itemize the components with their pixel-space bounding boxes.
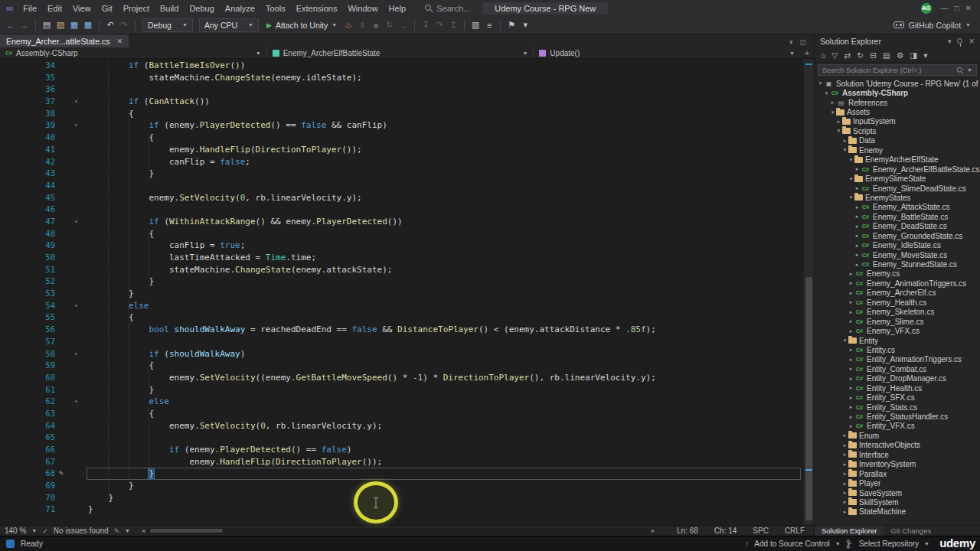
zoom-level[interactable]: 140 % [5,527,26,535]
close-tab-icon[interactable]: ✕ [116,37,122,45]
line-number[interactable]: 40 [0,132,55,144]
code-line-45[interactable]: 45 enemy.SetVelocity(0, rb.linearVelocit… [0,192,803,204]
line-number[interactable]: 48 [0,228,55,240]
menu-window[interactable]: Window [342,3,383,14]
code-line-51[interactable]: 51 stateMachine.ChangeState(enemy.attack… [0,264,803,276]
chevron-down-icon[interactable]: ▾ [835,128,842,134]
chevron-right-icon[interactable]: ▸ [841,461,848,468]
tree-item[interactable]: ▾C#Assembly-CSharp [815,88,980,97]
tree-item[interactable]: ▸C#Enemy_Skeleton.cs [815,308,980,317]
chevron-down-icon[interactable]: ▾ [841,337,848,344]
tree-item[interactable]: ▸▤References [815,98,980,107]
line-number[interactable]: 67 [0,456,55,468]
tree-item[interactable]: ▸C#Enemy_AttackState.cs [815,203,980,212]
code-line-50[interactable]: 50 lastTimeAttacked = Time.time; [0,252,803,264]
chevron-right-icon[interactable]: ▸ [848,376,854,382]
save-icon[interactable]: ▦ [68,19,80,31]
tree-item[interactable]: ▸C#Enemy_MoveState.cs [815,250,980,259]
tree-item[interactable]: ▸C#Enemy_Slime.cs [815,317,980,326]
tree-item[interactable]: ▸C#Enemy_SlimeDeadState.cs [815,184,980,193]
navigate-forward-icon[interactable]: → [18,20,31,31]
code-line-56[interactable]: 56 bool shouldWalkAway = reachedDeadEnd … [0,324,803,336]
code-line-59[interactable]: 59 { [0,360,803,372]
line-number[interactable]: 55 [0,311,55,324]
chevron-right-icon[interactable]: ▸ [854,214,861,220]
indentation-indicator[interactable]: SPC [753,527,769,535]
menu-build[interactable]: Build [155,3,184,14]
tree-item[interactable]: ▸C#Enemy_StunnedState.cs [815,259,980,269]
line-number[interactable]: 57 [0,336,55,348]
chevron-right-icon[interactable]: ▸ [841,138,848,144]
step-into-icon[interactable]: ↧ [420,19,432,31]
horizontal-scrollbar-thumb[interactable] [150,529,223,533]
menu-debug[interactable]: Debug [184,3,219,14]
chevron-right-icon[interactable]: ▸ [848,414,854,420]
line-number[interactable]: 42 [0,156,55,168]
solution-platform-dropdown[interactable]: Any CPU ▼ [199,18,259,32]
code-line-52[interactable]: 52 } [0,276,803,288]
chevron-right-icon[interactable]: ▸ [848,357,854,363]
code-line-53[interactable]: 53 } [0,288,803,300]
chevron-right-icon[interactable]: ▸ [848,280,854,286]
tree-item[interactable]: ▾Enemy [815,145,980,155]
menu-analyze[interactable]: Analyze [220,3,260,14]
breadcrumb-member[interactable]: Update() ▼ [534,47,800,58]
code-line-35[interactable]: 35 stateMachine.ChangeState(enemy.idleSt… [0,72,803,84]
code-line-71[interactable]: 71} [0,504,803,516]
code-line-44[interactable]: 44 [0,180,803,192]
panel-tab-git-changes[interactable]: Git Changes [884,526,938,536]
code-line-48[interactable]: 48 { [0,228,803,240]
chevron-right-icon[interactable]: ▸ [848,318,854,324]
line-number[interactable]: 61 [0,384,55,396]
chevron-right-icon[interactable]: ▸ [841,509,848,515]
tree-item[interactable]: ▸C#Enemy.cs [815,269,980,279]
tree-item[interactable]: ▸C#Entity_SFX.cs [815,393,980,402]
split-window-icon[interactable]: ◫ [799,38,806,46]
tree-item[interactable]: ▸StateMachine [815,507,980,517]
chevron-right-icon[interactable]: ▸ [854,166,861,172]
solution-configuration-dropdown[interactable]: Debug ▼ [142,18,193,32]
solution-explorer-search-input[interactable]: Search Solution Explorer (Ctrl+;) ▼ [818,64,977,76]
line-number[interactable]: 60 [0,372,55,384]
sync-with-active-document-icon[interactable]: ⇄ [844,51,851,60]
pause-icon[interactable]: ‖ [356,20,368,31]
tree-item[interactable]: ▸C#Entity_Combat.cs [815,364,980,373]
tree-item[interactable]: ▾EnemyStates [815,193,980,202]
chevron-down-icon[interactable]: ▾ [848,176,854,182]
chevron-right-icon[interactable]: ▸ [841,452,848,458]
code-line-64[interactable]: 64 enemy.SetVelocity(0, rb.linearVelocit… [0,420,803,432]
add-tab-group-icon[interactable]: + [800,48,814,57]
fold-chevron-icon[interactable]: ▾ [67,396,88,408]
tree-item[interactable]: ▸C#Enemy_GroundedState.cs [815,231,980,240]
tree-item[interactable]: ▾Entity [815,336,980,345]
line-number[interactable]: 36 [0,83,55,96]
code-line-69[interactable]: 69 } [0,480,803,492]
tree-item[interactable]: ▾Assets [815,107,980,116]
tree-item[interactable]: ▸C#Enemy_AnimationTriggers.cs [815,279,980,288]
tree-item[interactable]: ▸InteractiveObjects [815,441,980,450]
chevron-right-icon[interactable]: ▸ [848,366,854,372]
preview-selected-items-icon[interactable]: ◨ [910,51,917,60]
line-number[interactable]: 43 [0,168,55,180]
tree-item[interactable]: ▸C#Entity_StatusHandler.cs [815,412,980,421]
properties-icon[interactable]: ⚙ [897,51,903,60]
line-number[interactable]: 45 [0,192,55,204]
breadcrumb-project[interactable]: C# Assembly-CSharp ▼ [0,47,267,58]
fold-chevron-icon[interactable]: ▾ [67,119,88,132]
tree-item[interactable]: ▾EnemyArcherElfState [815,155,980,165]
code-line-58[interactable]: 58▾ if (shouldWalkAway) [0,348,803,360]
line-number[interactable]: 64 [0,420,55,432]
tree-item[interactable]: ▸Data [815,136,980,145]
pin-icon[interactable] [957,38,962,44]
chevron-right-icon[interactable]: ▸ [848,328,854,334]
line-number[interactable]: 59 [0,360,55,372]
chevron-right-icon[interactable]: ▸ [854,252,861,258]
tree-item[interactable]: ▸C#Enemy_BattleState.cs [815,212,980,221]
menu-file[interactable]: File [18,3,42,14]
fold-chevron-icon[interactable]: ▾ [67,300,88,312]
chevron-right-icon[interactable]: ▸ [841,442,848,448]
open-file-icon[interactable]: ▧ [54,19,67,31]
document-tab[interactable]: Enemy_Archer...attleState.cs ✕ [0,34,129,47]
code-line-63[interactable]: 63 { [0,408,803,420]
chevron-right-icon[interactable]: ▸ [848,395,854,401]
